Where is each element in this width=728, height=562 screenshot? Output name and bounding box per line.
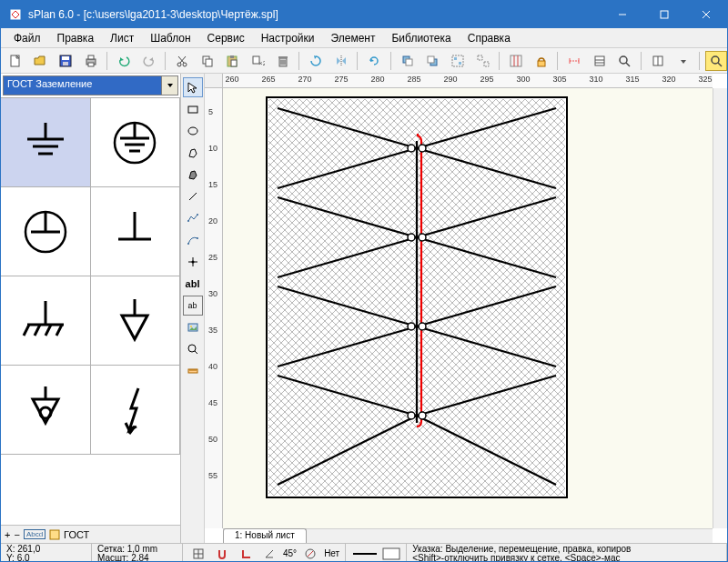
bezier-tool[interactable]	[183, 230, 203, 250]
menu-service[interactable]: Сервис	[200, 30, 252, 46]
status-hint: Указка: Выделение, перемещение, правка, …	[407, 544, 727, 562]
layers-dropdown[interactable]	[672, 51, 694, 71]
snap-icon[interactable]	[300, 544, 320, 563]
library-item-ground-1[interactable]	[1, 98, 91, 187]
polyline-tool[interactable]	[183, 208, 203, 228]
library-footer: + − Abcd ГОСТ	[1, 525, 180, 543]
svg-rect-11	[88, 63, 94, 66]
library-item-triangle-circle-ground[interactable]	[1, 366, 91, 455]
library-footer-label: ГОСТ	[64, 529, 89, 540]
undo-button[interactable]	[113, 51, 135, 71]
pointer-tool[interactable]	[183, 77, 203, 97]
svg-rect-7	[62, 56, 69, 60]
new-file-button[interactable]	[5, 51, 26, 71]
plus-icon[interactable]: +	[5, 529, 10, 540]
svg-point-82	[197, 214, 198, 216]
menu-help[interactable]: Справка	[460, 30, 518, 46]
node-tool[interactable]	[183, 252, 203, 272]
minimize-button[interactable]	[602, 1, 643, 28]
menu-element[interactable]: Элемент	[324, 30, 383, 46]
menu-template[interactable]: Шаблон	[143, 30, 197, 46]
image-tool[interactable]	[183, 317, 203, 337]
library-item-ground-circle[interactable]	[91, 98, 181, 187]
dropdown-arrow-icon[interactable]	[161, 76, 177, 95]
svg-point-84	[197, 237, 198, 239]
line-weight-icon[interactable]	[351, 547, 379, 560]
title-bar: sPlan 6.0 - [c:\users\lga2011-3\desktop\…	[1, 1, 727, 28]
status-bar: X: 261,0 Y: 6,0 Сетка: 1,0 mm Масшт: 2,8…	[1, 543, 727, 562]
duplicate-button[interactable]: ×2	[247, 51, 268, 71]
drawing-area: abI ab 260265270275280285290295300305310…	[181, 74, 727, 543]
redo-button[interactable]	[138, 51, 160, 71]
library-select-value: ГОСТ Заземление	[4, 76, 161, 95]
status-scale: Масшт: 2,84	[97, 554, 177, 563]
ortho-icon[interactable]	[236, 544, 256, 563]
library-item-signal-ground[interactable]	[91, 187, 181, 276]
paste-button[interactable]	[222, 51, 244, 71]
cut-button[interactable]	[171, 51, 193, 71]
text-tool[interactable]: abI	[183, 274, 203, 294]
mirror-h-button[interactable]	[330, 51, 352, 71]
minus-icon[interactable]: −	[14, 529, 19, 540]
library-item-chassis-ground[interactable]	[1, 187, 91, 276]
menu-sheet[interactable]: Лист	[103, 30, 141, 46]
rect-tool[interactable]	[183, 99, 203, 119]
rename-icon[interactable]: Abcd	[24, 529, 46, 539]
circle-tool[interactable]	[183, 121, 203, 141]
layers-button[interactable]	[647, 51, 669, 71]
rotate-button[interactable]	[305, 51, 327, 71]
svg-rect-24	[278, 56, 288, 58]
open-file-button[interactable]	[30, 51, 52, 71]
ungroup-button[interactable]	[472, 51, 494, 71]
library-select[interactable]: ГОСТ Заземление	[3, 75, 178, 95]
refresh-button[interactable]	[363, 51, 385, 71]
canvas[interactable]	[223, 88, 713, 528]
vertical-scrollbar[interactable]	[713, 88, 727, 528]
svg-line-71	[35, 325, 40, 336]
dimension-button[interactable]	[563, 51, 585, 71]
svg-rect-132	[383, 548, 399, 559]
svg-rect-41	[538, 61, 545, 66]
library-item-earth-ground[interactable]	[1, 276, 91, 366]
library-panel: ГОСТ Заземление	[1, 74, 181, 543]
svg-line-70	[24, 325, 29, 336]
svg-point-125	[419, 412, 426, 419]
maximize-button[interactable]	[643, 1, 685, 28]
line-tool[interactable]	[183, 186, 203, 206]
ruler-corner	[205, 74, 223, 88]
svg-rect-2	[661, 11, 668, 18]
spoly-tool[interactable]	[183, 165, 203, 185]
send-back-button[interactable]	[422, 51, 444, 71]
magnet-icon[interactable]	[212, 544, 232, 563]
grid-toggle-icon[interactable]	[188, 544, 208, 563]
delete-button[interactable]	[272, 51, 294, 71]
menu-file[interactable]: Файл	[6, 30, 48, 46]
fill-swatch[interactable]	[382, 547, 400, 560]
svg-line-73	[56, 325, 62, 336]
group-button[interactable]	[447, 51, 469, 71]
library-item-triangle-ground[interactable]	[91, 276, 181, 366]
poly-tool[interactable]	[183, 143, 203, 163]
menu-library[interactable]: Библиотека	[384, 30, 458, 46]
props-icon[interactable]	[49, 529, 60, 540]
close-button[interactable]	[685, 1, 727, 28]
find-button[interactable]	[614, 51, 636, 71]
horizontal-scrollbar[interactable]: 1: Новый лист	[223, 528, 713, 543]
snap-grid-button[interactable]	[505, 51, 527, 71]
bring-front-button[interactable]	[397, 51, 419, 71]
textbox-tool[interactable]: ab	[183, 296, 203, 316]
angle-icon[interactable]	[259, 544, 279, 563]
zoom-fit-button[interactable]	[705, 51, 727, 71]
menu-settings[interactable]: Настройки	[254, 30, 322, 46]
measure-tool[interactable]	[183, 361, 203, 381]
lock-button[interactable]	[531, 51, 552, 71]
copy-button[interactable]	[197, 51, 218, 71]
library-item-lightning[interactable]	[91, 366, 181, 455]
save-button[interactable]	[55, 51, 76, 71]
menu-edit[interactable]: Правка	[50, 30, 102, 46]
sheet-tab[interactable]: 1: Новый лист	[223, 528, 307, 543]
print-button[interactable]	[80, 51, 102, 71]
zoom-tool[interactable]	[183, 339, 203, 359]
components-button[interactable]	[589, 51, 611, 71]
svg-rect-37	[484, 62, 489, 66]
